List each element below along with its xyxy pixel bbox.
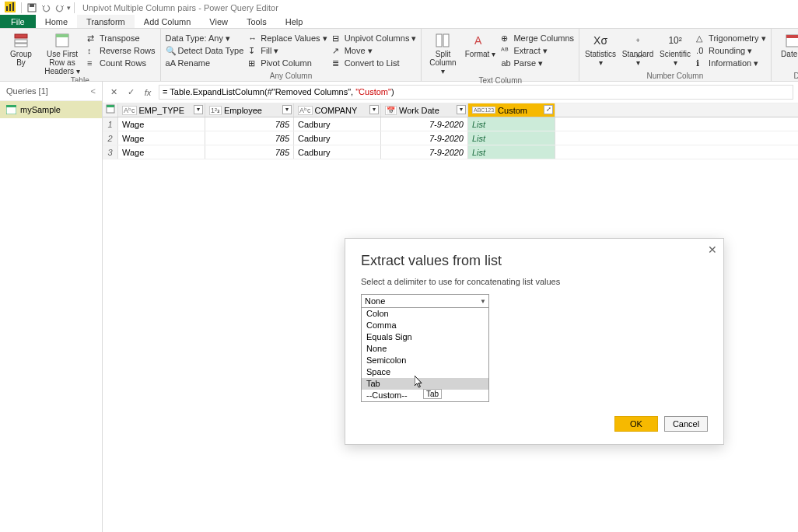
menu-tab-help[interactable]: Help xyxy=(276,15,313,28)
cell[interactable]: List xyxy=(468,131,555,145)
undo-icon[interactable] xyxy=(40,2,51,13)
dropdown-option[interactable]: Equals Sign xyxy=(362,331,488,343)
use-first-row-button[interactable]: Use First Row as Headers ▾ xyxy=(42,32,82,75)
split-column-button[interactable]: Split Column ▾ xyxy=(426,32,459,75)
ribbon-group-textcolumn: Split Column ▾ A Format ▾ ⊕Merge Columns… xyxy=(422,29,579,81)
cell[interactable]: Cadbury xyxy=(294,145,381,159)
collapse-icon[interactable]: < xyxy=(91,86,96,96)
table-icon xyxy=(6,105,16,114)
col-company[interactable]: AᵇcCOMPANY▾ xyxy=(294,103,381,117)
table-row[interactable]: 2Wage785Cadbury7-9-2020List xyxy=(103,131,798,145)
cell[interactable]: List xyxy=(468,117,555,131)
scientific-button[interactable]: 10²Scientific ▾ xyxy=(659,32,691,67)
filter-icon[interactable]: ▾ xyxy=(369,105,379,114)
cell[interactable]: 7-9-2020 xyxy=(381,117,468,131)
rename-button[interactable]: aARename xyxy=(166,57,244,69)
pivot-column-button[interactable]: ⊞Pivot Column xyxy=(248,57,327,69)
app-icon xyxy=(2,2,18,14)
count-rows-button[interactable]: ≡Count Rows xyxy=(87,57,156,69)
row-number: 2 xyxy=(103,131,118,145)
ok-button[interactable]: OK xyxy=(614,416,658,432)
replace-values-button[interactable]: ↔Replace Values ▾ xyxy=(248,32,327,44)
svg-rect-12 xyxy=(443,34,449,47)
tooltip: Tab xyxy=(423,389,442,399)
cell[interactable]: Cadbury xyxy=(294,131,381,145)
merge-columns-button[interactable]: ⊕Merge Columns xyxy=(501,32,574,44)
group-by-button[interactable]: Group By xyxy=(5,32,37,67)
extract-button[interactable]: ᴬᴮExtract ▾ xyxy=(501,44,574,57)
menu-tab-view[interactable]: View xyxy=(200,15,237,28)
svg-rect-11 xyxy=(436,34,442,47)
filter-icon[interactable]: ▾ xyxy=(282,105,292,114)
dropdown-option[interactable]: Semicolon xyxy=(362,355,488,366)
filter-icon[interactable]: ▾ xyxy=(194,105,203,114)
delimiter-dropdown: ColonCommaEquals SignNoneSemicolonSpaceT… xyxy=(361,308,489,402)
col-custom[interactable]: ABC123Custom⤢ xyxy=(468,103,555,117)
svg-rect-7 xyxy=(15,40,27,43)
col-employee[interactable]: 1²₃Employee▾ xyxy=(205,103,294,117)
fill-button[interactable]: ↧Fill ▾ xyxy=(248,44,327,57)
menu-file[interactable]: File xyxy=(0,15,36,28)
cell[interactable]: Wage xyxy=(118,117,205,131)
svg-rect-8 xyxy=(15,44,27,47)
dropdown-option[interactable]: Colon xyxy=(362,308,488,320)
format-button[interactable]: A Format ▾ xyxy=(464,32,496,58)
menu-tab-tools[interactable]: Tools xyxy=(237,15,276,28)
data-type-button[interactable]: Data Type: Any ▾ xyxy=(166,32,244,44)
svg-rect-20 xyxy=(6,105,16,107)
filter-icon[interactable]: ▾ xyxy=(457,105,466,114)
cancel-formula-icon[interactable]: ✕ xyxy=(107,86,120,99)
cell[interactable]: 785 xyxy=(205,117,294,131)
cell[interactable]: 785 xyxy=(205,145,294,159)
information-button[interactable]: ℹInformation ▾ xyxy=(696,57,765,69)
dropdown-option[interactable]: None xyxy=(362,343,488,355)
menu-tab-transform[interactable]: Transform xyxy=(77,15,135,28)
statistics-button[interactable]: XσStatistics ▾ xyxy=(584,32,617,67)
move-button[interactable]: ↗Move ▾ xyxy=(332,44,417,57)
cell[interactable]: 7-9-2020 xyxy=(381,145,468,159)
reverse-rows-button[interactable]: ↕Reverse Rows xyxy=(87,44,156,57)
window-title: Unpivot Multiple Column pairs - Power Qu… xyxy=(82,3,278,12)
close-icon[interactable]: ✕ xyxy=(708,243,717,256)
row-number: 3 xyxy=(103,145,118,159)
dropdown-option[interactable]: Space xyxy=(362,366,488,378)
cell[interactable]: Cadbury xyxy=(294,117,381,131)
svg-rect-5 xyxy=(30,4,34,7)
commit-formula-icon[interactable]: ✓ xyxy=(124,86,137,99)
table-row[interactable]: 3Wage785Cadbury7-9-2020List xyxy=(103,145,798,159)
query-item[interactable]: mySample xyxy=(0,101,102,118)
ribbon-group-anycolumn: Data Type: Any ▾ 🔍Detect Data Type aARen… xyxy=(161,29,422,81)
parse-button[interactable]: abParse ▾ xyxy=(501,57,574,69)
group-label-numbercolumn: Number Column xyxy=(584,71,765,81)
col-workdate[interactable]: 📅Work Date▾ xyxy=(381,103,468,117)
transpose-button[interactable]: ⇄Transpose xyxy=(87,32,156,44)
expand-icon[interactable]: ⤢ xyxy=(544,105,553,114)
rounding-button[interactable]: .0Rounding ▾ xyxy=(696,44,765,57)
unpivot-columns-button[interactable]: ⊟Unpivot Columns ▾ xyxy=(332,32,417,44)
cell[interactable]: Wage xyxy=(118,145,205,159)
standard-button[interactable]: +−×÷Standard ▾ xyxy=(621,32,654,67)
date-button[interactable]: Date ▾ xyxy=(776,32,798,58)
detect-data-type-button[interactable]: 🔍Detect Data Type xyxy=(166,44,244,57)
table-row[interactable]: 1Wage785Cadbury7-9-2020List xyxy=(103,117,798,131)
cell[interactable]: 7-9-2020 xyxy=(381,131,468,145)
delimiter-combo[interactable]: None▼ xyxy=(361,294,489,308)
svg-rect-3 xyxy=(12,2,14,11)
formula-input[interactable]: = Table.ExpandListColumn(#"Removed Colum… xyxy=(159,85,793,100)
menu-tab-home[interactable]: Home xyxy=(36,15,77,28)
trigonometry-button[interactable]: △Trigonometry ▾ xyxy=(696,32,765,44)
redo-icon[interactable] xyxy=(54,2,65,13)
menu-tab-addcolumn[interactable]: Add Column xyxy=(135,15,201,28)
cell[interactable]: List xyxy=(468,145,555,159)
fx-icon[interactable]: fx xyxy=(142,86,154,99)
convert-to-list-button[interactable]: ≣Convert to List xyxy=(332,57,417,69)
dropdown-option[interactable]: Comma xyxy=(362,320,488,331)
dropdown-option[interactable]: Tab xyxy=(362,378,488,390)
save-icon[interactable] xyxy=(26,2,37,13)
select-all-cell[interactable] xyxy=(103,103,118,117)
cancel-button[interactable]: Cancel xyxy=(664,416,708,432)
cell[interactable]: 785 xyxy=(205,131,294,145)
svg-rect-10 xyxy=(56,34,68,37)
col-emptype[interactable]: AᵇcEMP_TYPE▾ xyxy=(118,103,205,117)
cell[interactable]: Wage xyxy=(118,131,205,145)
